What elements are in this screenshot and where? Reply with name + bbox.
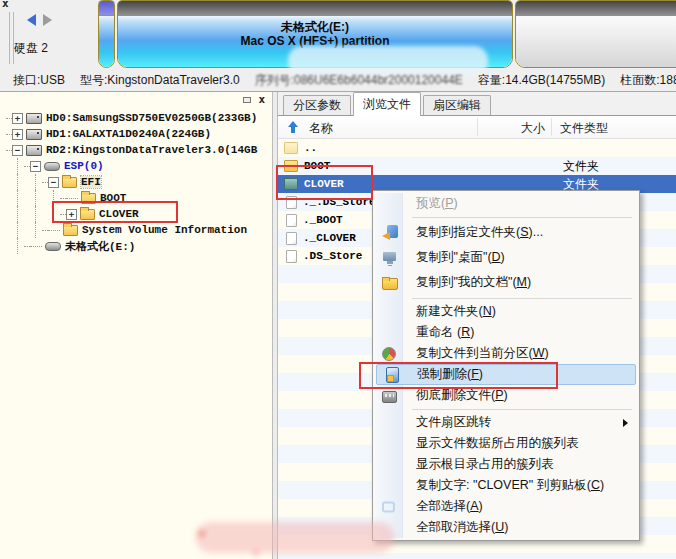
file-name: CLOVER bbox=[304, 178, 344, 190]
next-disk-arrow-icon[interactable] bbox=[43, 14, 52, 26]
diskgenius-window: x 硬盘 2 未格式化(E:) Mac OS X (HFS+) partitio… bbox=[0, 0, 676, 559]
menu-item[interactable]: 复制到"我的文档"(M) bbox=[375, 270, 637, 295]
info-model: 型号:KingstonDataTraveler3.0 bbox=[80, 72, 240, 89]
expand-toggle-icon[interactable]: + bbox=[66, 209, 77, 220]
menu-item[interactable]: 显示根目录占用的簇列表 bbox=[375, 454, 637, 475]
tree-item-label: BOOT bbox=[100, 192, 126, 204]
partition-title: 未格式化(E:) bbox=[118, 20, 512, 34]
partition-header-strip bbox=[118, 1, 512, 16]
tree-item-label: CLOVER bbox=[99, 208, 139, 220]
tree-item[interactable]: +CLOVER bbox=[6, 206, 272, 222]
expand-toggle-icon[interactable]: − bbox=[48, 177, 59, 188]
tab-sector-edit[interactable]: 扇区编辑 bbox=[423, 95, 491, 115]
tree-guide bbox=[24, 174, 42, 190]
tab-partition-params[interactable]: 分区参数 bbox=[283, 95, 351, 115]
tree-item-label: 未格式化(E:) bbox=[65, 239, 135, 254]
folder-icon bbox=[62, 177, 77, 188]
tree-guide bbox=[42, 190, 60, 206]
drive-icon bbox=[44, 162, 60, 171]
partition-body bbox=[99, 16, 114, 67]
tree-item[interactable]: −RD2:KingstonDataTraveler3.0(14GB bbox=[6, 142, 272, 158]
tree-item-label: HD1:GALAXTA1D0240A(224GB) bbox=[46, 128, 211, 140]
disk-graph-area: x 硬盘 2 未格式化(E:) Mac OS X (HFS+) partitio… bbox=[0, 0, 676, 92]
context-menu: 预览(P)复制到指定文件夹(S)...复制到"桌面"(D)复制到"我的文档"(M… bbox=[372, 190, 640, 541]
file-icon bbox=[286, 214, 297, 227]
docs-icon bbox=[382, 275, 398, 291]
drive-icon bbox=[45, 242, 61, 251]
tree-item[interactable]: +HD0:SamsungSSD750EV0250GB(233GB) bbox=[6, 110, 272, 126]
disk-info-bar: 接口:USB 型号:KingstonDataTraveler3.0 序列号:08… bbox=[0, 70, 676, 91]
menu-item[interactable]: 强制删除(F) bbox=[376, 364, 636, 385]
menu-item[interactable]: 全部选择(A) bbox=[375, 496, 637, 517]
tree-item[interactable]: System Volume Information bbox=[6, 222, 272, 238]
tree-item[interactable]: −ESP(0) bbox=[6, 158, 272, 174]
tree-guide bbox=[6, 158, 24, 174]
tree-connector bbox=[66, 198, 78, 199]
tab-browse-files[interactable]: 浏览文件 bbox=[353, 92, 421, 116]
menu-item[interactable]: 复制文件到当前分区(W) bbox=[375, 343, 637, 364]
expand-toggle-icon[interactable]: − bbox=[12, 145, 23, 156]
expand-toggle-icon[interactable]: + bbox=[12, 113, 23, 124]
close-icon[interactable]: x bbox=[2, 0, 9, 10]
disk-nav bbox=[27, 14, 52, 26]
column-divider bbox=[551, 118, 552, 136]
tree-item[interactable]: BOOT bbox=[6, 190, 272, 206]
file-row[interactable]: BOOT文件夹 bbox=[278, 157, 676, 175]
info-interface: 接口:USB bbox=[13, 72, 65, 89]
menu-item-label: 强制删除(F) bbox=[417, 367, 483, 381]
column-name[interactable]: 名称 bbox=[309, 120, 333, 137]
prev-disk-arrow-icon[interactable] bbox=[27, 14, 36, 26]
partition-segment-esp[interactable] bbox=[98, 0, 115, 68]
menu-item-label: 显示文件数据所占用的簇列表 bbox=[416, 436, 579, 450]
disk-icon bbox=[26, 145, 42, 156]
file-name: .DS_Store bbox=[303, 250, 362, 262]
menu-item-label: 复制到指定文件夹(S)... bbox=[416, 225, 543, 239]
file-name: ._CLOVER bbox=[303, 232, 356, 244]
menu-item[interactable]: 复制文字: "CLOVER" 到剪贴板(C) bbox=[375, 475, 637, 496]
up-directory-icon[interactable] bbox=[287, 121, 300, 134]
file-name: BOOT bbox=[304, 160, 330, 172]
file-panel: 分区参数 浏览文件 扇区编辑 名称 大小 文件类型 ..BOOT文件夹CLOVE… bbox=[278, 92, 676, 559]
tree-close-icon[interactable]: x bbox=[258, 93, 265, 106]
selectall-icon bbox=[382, 501, 395, 512]
tree-guide bbox=[6, 206, 24, 222]
menu-item[interactable]: 文件扇区跳转 bbox=[375, 412, 637, 433]
menu-item[interactable]: 彻底删除文件(P) bbox=[375, 385, 637, 406]
menu-item[interactable]: 全部取消选择(U) bbox=[375, 517, 637, 538]
pin-icon[interactable] bbox=[243, 97, 251, 103]
info-cylinders: 柱面数:1881 bbox=[620, 72, 676, 89]
tree-guide bbox=[24, 206, 42, 222]
column-divider bbox=[477, 118, 478, 136]
shred-icon bbox=[382, 391, 397, 403]
disk-icon bbox=[26, 129, 42, 140]
disk-icon bbox=[26, 113, 42, 124]
menu-item[interactable]: 复制到指定文件夹(S)... bbox=[375, 220, 637, 245]
menu-item[interactable]: 显示文件数据所占用的簇列表 bbox=[375, 433, 637, 454]
tree-item[interactable]: +HD1:GALAXTA1D0240A(224GB) bbox=[6, 126, 272, 142]
menu-separator bbox=[412, 217, 632, 218]
partition-segment-free[interactable] bbox=[515, 0, 676, 68]
file-name: ._.DS_Store bbox=[303, 196, 376, 208]
menu-item-label: 预览(P) bbox=[416, 196, 458, 210]
tree-item[interactable]: 未格式化(E:) bbox=[6, 238, 272, 254]
partition-header-strip bbox=[99, 1, 114, 16]
folder-icon bbox=[81, 193, 96, 204]
menu-item-label: 复制到"桌面"(D) bbox=[416, 250, 505, 264]
file-row[interactable]: .. bbox=[278, 139, 676, 157]
folder-icon bbox=[63, 225, 78, 236]
column-type[interactable]: 文件类型 bbox=[560, 120, 608, 137]
expand-toggle-icon[interactable]: − bbox=[30, 161, 41, 172]
menu-item[interactable]: 新建文件夹(N) bbox=[375, 301, 637, 322]
menu-item[interactable]: 预览(P) bbox=[375, 193, 637, 214]
tree-item-label: System Volume Information bbox=[82, 224, 247, 236]
expand-toggle-icon[interactable]: + bbox=[12, 129, 23, 140]
tree-item[interactable]: −EFI bbox=[6, 174, 272, 190]
partition-header-strip bbox=[516, 1, 676, 16]
file-name: ._BOOT bbox=[303, 214, 343, 226]
info-serial: 序列号:086U6E6b6044br2000120044E bbox=[255, 72, 463, 89]
menu-item[interactable]: 复制到"桌面"(D) bbox=[375, 245, 637, 270]
menu-item-label: 全部取消选择(U) bbox=[416, 520, 508, 534]
menu-separator bbox=[412, 298, 632, 299]
column-size[interactable]: 大小 bbox=[458, 120, 545, 137]
menu-item[interactable]: 重命名 (R) bbox=[375, 322, 637, 343]
